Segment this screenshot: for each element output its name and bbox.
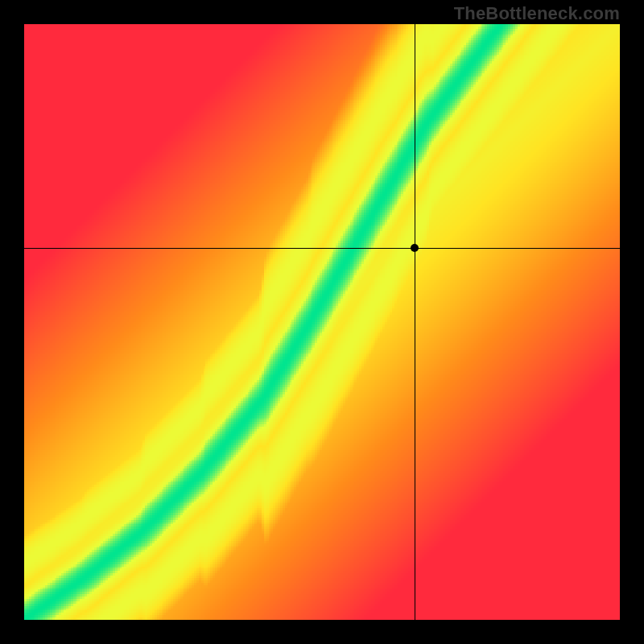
crosshair-horizontal	[24, 248, 620, 249]
heatmap-canvas	[24, 24, 620, 620]
crosshair-marker	[411, 244, 419, 252]
heatmap-plot	[24, 24, 620, 620]
watermark-text: TheBottleneck.com	[454, 3, 620, 24]
outer-frame: TheBottleneck.com	[0, 0, 644, 644]
crosshair-vertical	[415, 24, 415, 620]
